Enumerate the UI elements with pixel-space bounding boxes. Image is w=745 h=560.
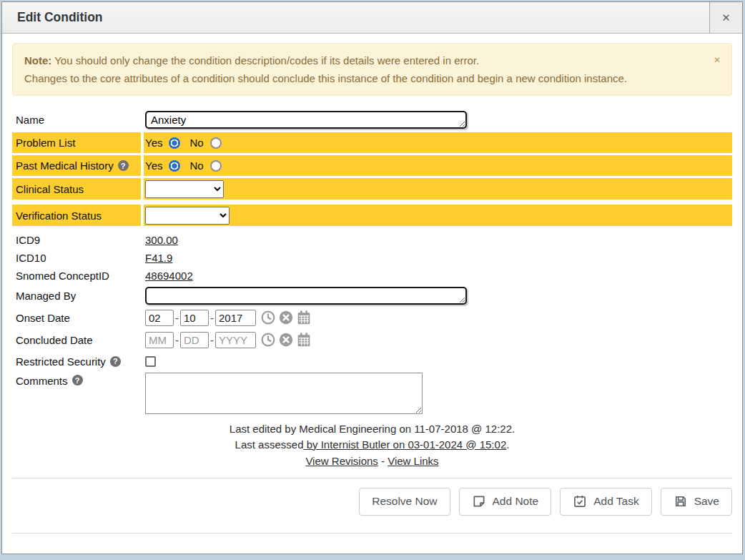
note-line-1: Note: You should only change the conditi…: [24, 51, 703, 69]
problem-list-no-radio[interactable]: [210, 137, 222, 149]
row-icd10: ICD10 F41.9: [12, 250, 732, 266]
last-assessed-link[interactable]: by Internist Butler on 03-01-2024 @ 15:0…: [303, 438, 506, 451]
onset-year-input[interactable]: [215, 310, 256, 326]
concluded-date-label: Concluded Date: [16, 334, 93, 346]
row-icd9: ICD9 300.00: [12, 232, 732, 248]
icd9-label: ICD9: [16, 234, 40, 246]
onset-day-input[interactable]: [180, 310, 209, 326]
restricted-security-checkbox[interactable]: [145, 356, 156, 367]
concluded-month-input[interactable]: [145, 332, 174, 348]
calendar-check-icon: [573, 494, 587, 509]
row-concluded-date: Concluded Date - -: [12, 330, 732, 350]
pmh-no-radio[interactable]: [210, 160, 222, 172]
concluded-day-input[interactable]: [180, 332, 209, 348]
calendar-icon[interactable]: [297, 310, 311, 325]
row-name: Name Anxiety: [12, 109, 732, 130]
row-clinical-status: Clinical Status: [12, 178, 732, 200]
row-problem-list: Problem List Yes No: [12, 132, 732, 153]
verification-status-label: Verification Status: [16, 210, 102, 222]
row-comments: Comments ?: [12, 373, 732, 414]
add-note-button[interactable]: Add Note: [459, 488, 552, 516]
help-icon[interactable]: ?: [110, 356, 121, 367]
help-icon[interactable]: ?: [118, 160, 129, 171]
clear-date-icon[interactable]: [279, 310, 293, 325]
add-task-button[interactable]: Add Task: [560, 488, 651, 516]
note-label: Note:: [24, 54, 51, 67]
clear-date-icon[interactable]: [279, 333, 293, 347]
concluded-year-input[interactable]: [215, 332, 256, 348]
note-line-2: Changes to the core attributes of a cond…: [24, 69, 703, 87]
past-medical-history-label: Past Medical History: [16, 159, 114, 172]
dialog-close-button[interactable]: ✕: [709, 2, 742, 33]
note-dismiss-icon[interactable]: ✕: [714, 51, 721, 69]
help-icon[interactable]: ?: [72, 375, 83, 385]
last-edited-text: Last edited by Medical Engineering on 11…: [12, 421, 732, 437]
view-revisions-link[interactable]: View Revisions: [305, 455, 378, 467]
verification-status-select[interactable]: [145, 207, 230, 225]
managed-by-input[interactable]: [145, 287, 467, 305]
problem-list-yes-label: Yes: [145, 137, 162, 149]
row-snomed: Snomed ConceptID 48694002: [12, 267, 732, 284]
problem-list-yes-radio[interactable]: [169, 137, 180, 149]
audit-info: Last edited by Medical Engineering on 11…: [12, 421, 732, 469]
pmh-yes-radio[interactable]: [169, 160, 180, 172]
close-icon: ✕: [721, 11, 731, 24]
pmh-no-label: No: [189, 159, 203, 172]
onset-date-label: Onset Date: [16, 312, 70, 324]
clinical-status-label: Clinical Status: [16, 183, 84, 195]
dialog-title: Edit Condition: [2, 2, 103, 33]
note-banner: Note: You should only change the conditi…: [12, 43, 732, 96]
name-label: Name: [16, 114, 44, 126]
row-restricted-security: Restricted Security ?: [12, 353, 732, 370]
clinical-status-select[interactable]: [145, 180, 224, 198]
row-onset-date: Onset Date - -: [12, 308, 732, 328]
save-button[interactable]: Save: [661, 488, 732, 516]
managed-by-label: Managed By: [16, 290, 76, 302]
condition-form: Name Anxiety Problem List Yes No Past Me…: [12, 109, 732, 418]
last-assessed-text: Last assessed by Internist Butler on 03-…: [12, 437, 732, 453]
clock-icon[interactable]: [261, 310, 275, 325]
icd9-code-link[interactable]: 300.00: [145, 234, 178, 246]
icd10-label: ICD10: [16, 252, 46, 264]
row-past-medical-history: Past Medical History ? Yes No: [12, 155, 732, 176]
row-managed-by: Managed By: [12, 285, 732, 305]
action-buttons: Resolve Now Add Note Add Task Save: [12, 488, 732, 516]
dialog-header: Edit Condition ✕: [2, 2, 742, 34]
problem-list-no-label: No: [189, 137, 203, 149]
name-input[interactable]: Anxiety: [145, 111, 467, 129]
revision-links: View Revisions - View Links: [12, 453, 732, 469]
snomed-code-link[interactable]: 48694002: [145, 270, 193, 282]
save-icon: [674, 494, 688, 509]
comments-label: Comments: [16, 375, 68, 387]
view-links-link[interactable]: View Links: [388, 455, 438, 467]
icd10-code-link[interactable]: F41.9: [145, 252, 172, 264]
note-icon: [472, 494, 486, 509]
problem-list-label: Problem List: [16, 137, 75, 149]
footer-divider-top: [12, 478, 732, 478]
clock-icon[interactable]: [261, 333, 275, 347]
pmh-yes-label: Yes: [145, 159, 162, 172]
snomed-label: Snomed ConceptID: [16, 270, 109, 282]
row-verification-status: Verification Status: [12, 205, 732, 226]
edit-condition-dialog: Edit Condition ✕ Note: You should only c…: [1, 1, 743, 554]
dialog-body: Note: You should only change the conditi…: [2, 34, 742, 554]
restricted-security-label: Restricted Security: [16, 355, 106, 368]
calendar-icon[interactable]: [297, 333, 311, 347]
comments-textarea[interactable]: [145, 373, 423, 414]
resolve-now-button[interactable]: Resolve Now: [359, 488, 450, 516]
onset-month-input[interactable]: [145, 310, 174, 326]
footer-divider-bottom: [12, 533, 732, 534]
